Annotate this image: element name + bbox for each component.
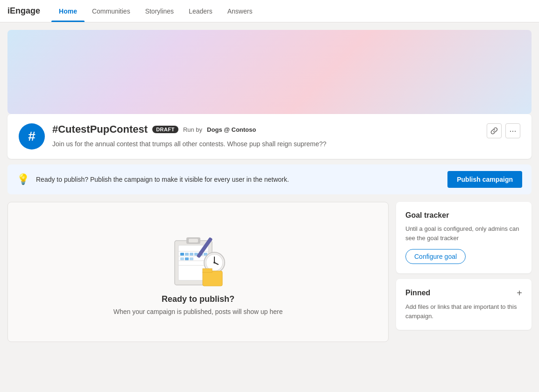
svg-rect-10 (190, 253, 193, 256)
more-button[interactable]: ··· (505, 123, 520, 138)
svg-rect-9 (185, 253, 189, 256)
svg-rect-14 (180, 257, 184, 260)
svg-point-23 (213, 262, 215, 264)
goal-tracker-card: Goal tracker Until a goal is configured,… (396, 202, 532, 273)
svg-rect-3 (189, 239, 198, 242)
run-by-prefix: Run by (183, 126, 202, 133)
sidebar: Goal tracker Until a goal is configured,… (396, 202, 532, 330)
main-panel: Ready to publish? When your campaign is … (7, 202, 389, 342)
bottom-section: Ready to publish? When your campaign is … (7, 202, 532, 342)
campaign-info: #CutestPupContest DRAFT Run by Dogs @ Co… (52, 123, 520, 149)
pinned-description: Add files or links that are important to… (405, 302, 522, 321)
nav-home[interactable]: Home (51, 0, 85, 22)
pinned-header: Pinned + (405, 288, 522, 298)
more-icon: ··· (509, 127, 516, 135)
svg-rect-8 (180, 253, 184, 256)
campaign-avatar: # (19, 123, 45, 150)
topnav: iEngage Home Communities Storylines Lead… (0, 0, 539, 22)
campaign-header: # #CutestPupContest DRAFT Run by Dogs @ … (19, 123, 520, 150)
lightbulb-icon: 💡 (17, 173, 29, 185)
publish-campaign-button[interactable]: Publish campaign (447, 171, 522, 188)
empty-title: Ready to publish? (162, 294, 234, 304)
campaign-card: # #CutestPupContest DRAFT Run by Dogs @ … (7, 114, 532, 159)
publish-banner-text: Ready to publish? Publish the campaign t… (36, 176, 441, 183)
brand-logo: iEngage (7, 6, 40, 16)
run-by-name: Dogs @ Contoso (207, 126, 256, 133)
link-button[interactable] (487, 123, 502, 138)
nav-storylines[interactable]: Storylines (138, 0, 181, 22)
link-icon (490, 127, 498, 135)
empty-illustration (161, 229, 235, 294)
svg-rect-16 (190, 257, 193, 260)
campaign-actions: ··· (487, 123, 520, 138)
campaign-title-row: #CutestPupContest DRAFT Run by Dogs @ Co… (52, 123, 520, 135)
hero-banner (7, 30, 532, 114)
svg-rect-25 (203, 269, 212, 272)
pinned-add-button[interactable]: + (517, 288, 522, 298)
svg-rect-15 (185, 257, 189, 260)
goal-tracker-title: Goal tracker (405, 211, 522, 220)
campaign-description: Join us for the annual contest that trum… (52, 139, 520, 149)
configure-goal-button[interactable]: Configure goal (405, 249, 466, 264)
pinned-title: Pinned (405, 289, 430, 297)
campaign-title: #CutestPupContest (52, 123, 148, 135)
draft-badge: DRAFT (152, 126, 178, 133)
goal-tracker-description: Until a goal is configured, only admins … (405, 224, 522, 242)
main-content: # #CutestPupContest DRAFT Run by Dogs @ … (0, 22, 539, 349)
nav-links: Home Communities Storylines Leaders Answ… (51, 0, 260, 22)
nav-leaders[interactable]: Leaders (181, 0, 220, 22)
nav-answers[interactable]: Answers (220, 0, 260, 22)
nav-communities[interactable]: Communities (85, 0, 138, 22)
pinned-card: Pinned + Add files or links that are imp… (396, 279, 532, 330)
empty-subtitle: When your campaign is published, posts w… (113, 308, 283, 315)
svg-rect-24 (203, 271, 222, 286)
publish-banner: 💡 Ready to publish? Publish the campaign… (7, 164, 532, 194)
